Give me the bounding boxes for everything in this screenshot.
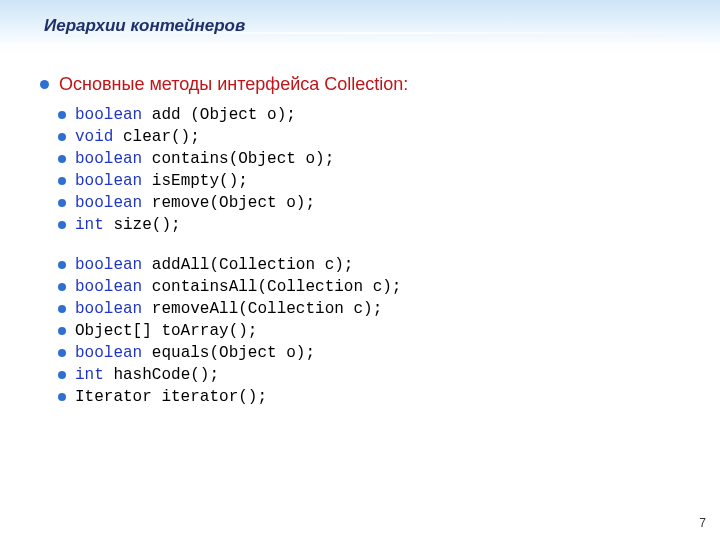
- method-rest: contains(Object o);: [142, 150, 334, 168]
- method-rest: addAll(Collection c);: [142, 256, 353, 274]
- method-signature: int size();: [75, 214, 181, 236]
- method-rest: add (Object o);: [142, 106, 296, 124]
- method-rest: clear();: [113, 128, 199, 146]
- keyword: boolean: [75, 106, 142, 124]
- method-group: boolean addAll(Collection c);boolean con…: [58, 254, 401, 408]
- list-item: boolean isEmpty();: [58, 170, 401, 192]
- bullet-icon: [58, 221, 66, 229]
- keyword: boolean: [75, 256, 142, 274]
- methods-list: boolean add (Object o);void clear();bool…: [58, 104, 401, 426]
- bullet-icon: [58, 133, 66, 141]
- method-signature: boolean add (Object o);: [75, 104, 296, 126]
- list-item: boolean remove(Object o);: [58, 192, 401, 214]
- method-rest: containsAll(Collection c);: [142, 278, 401, 296]
- method-group: boolean add (Object o);void clear();bool…: [58, 104, 401, 236]
- method-signature: Object[] toArray();: [75, 320, 257, 342]
- list-item: boolean removeAll(Collection c);: [58, 298, 401, 320]
- method-rest: Object[] toArray();: [75, 322, 257, 340]
- bullet-icon: [58, 261, 66, 269]
- bullet-icon: [58, 327, 66, 335]
- keyword: boolean: [75, 150, 142, 168]
- keyword: boolean: [75, 194, 142, 212]
- list-item: boolean equals(Object o);: [58, 342, 401, 364]
- keyword: boolean: [75, 344, 142, 362]
- bullet-icon: [58, 371, 66, 379]
- method-signature: boolean removeAll(Collection c);: [75, 298, 382, 320]
- method-signature: boolean containsAll(Collection c);: [75, 276, 401, 298]
- slide-title: Иерархии контейнеров: [44, 16, 245, 36]
- method-signature: int hashCode();: [75, 364, 219, 386]
- method-signature: boolean equals(Object o);: [75, 342, 315, 364]
- method-signature: Iterator iterator();: [75, 386, 267, 408]
- keyword: int: [75, 366, 104, 384]
- method-rest: hashCode();: [104, 366, 219, 384]
- list-item: boolean contains(Object o);: [58, 148, 401, 170]
- method-signature: boolean addAll(Collection c);: [75, 254, 353, 276]
- bullet-icon: [58, 393, 66, 401]
- list-item: boolean addAll(Collection c);: [58, 254, 401, 276]
- bullet-icon: [58, 199, 66, 207]
- list-item: boolean add (Object o);: [58, 104, 401, 126]
- method-rest: equals(Object o);: [142, 344, 315, 362]
- keyword: void: [75, 128, 113, 146]
- section-title: Основные методы интерфейса Collection:: [59, 74, 408, 95]
- list-item: void clear();: [58, 126, 401, 148]
- bullet-icon: [58, 177, 66, 185]
- method-signature: boolean remove(Object o);: [75, 192, 315, 214]
- list-item: Object[] toArray();: [58, 320, 401, 342]
- keyword: boolean: [75, 172, 142, 190]
- keyword: boolean: [75, 300, 142, 318]
- keyword: int: [75, 216, 104, 234]
- method-signature: boolean contains(Object o);: [75, 148, 334, 170]
- section-row: Основные методы интерфейса Collection:: [40, 74, 408, 95]
- bullet-icon: [58, 155, 66, 163]
- list-item: int hashCode();: [58, 364, 401, 386]
- list-item: Iterator iterator();: [58, 386, 401, 408]
- bullet-icon: [58, 349, 66, 357]
- list-item: int size();: [58, 214, 401, 236]
- bullet-icon: [58, 305, 66, 313]
- page-number: 7: [699, 516, 706, 530]
- method-rest: removeAll(Collection c);: [142, 300, 382, 318]
- keyword: boolean: [75, 278, 142, 296]
- list-item: boolean containsAll(Collection c);: [58, 276, 401, 298]
- method-rest: isEmpty();: [142, 172, 248, 190]
- bullet-icon: [40, 80, 49, 89]
- method-signature: boolean isEmpty();: [75, 170, 248, 192]
- method-rest: remove(Object o);: [142, 194, 315, 212]
- method-rest: Iterator iterator();: [75, 388, 267, 406]
- method-rest: size();: [104, 216, 181, 234]
- bullet-icon: [58, 283, 66, 291]
- method-signature: void clear();: [75, 126, 200, 148]
- bullet-icon: [58, 111, 66, 119]
